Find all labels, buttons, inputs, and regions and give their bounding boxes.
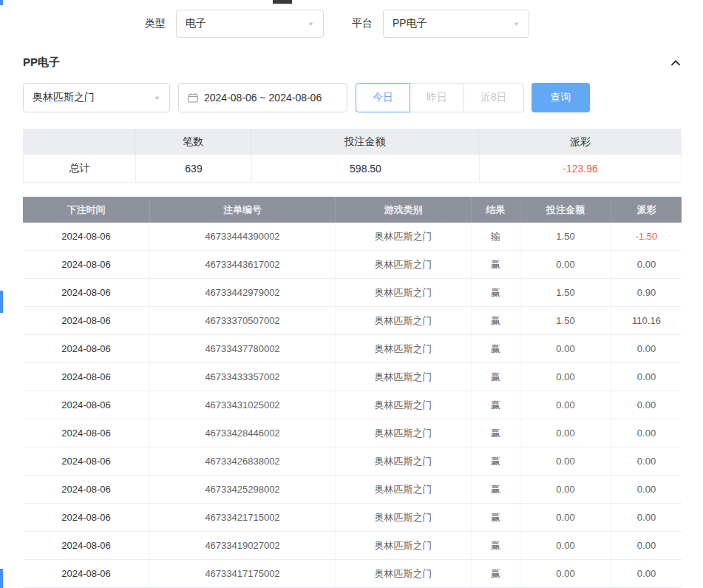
- table-row: 2024-08-0646733426838002奥林匹斯之门赢0.000.00: [23, 447, 682, 476]
- cell-result: 赢: [472, 560, 520, 587]
- cell-game-category: 奥林匹斯之门: [336, 307, 472, 334]
- bet-table-header: 下注时间 注单编号 游戏类别 结果 投注金额 派彩: [23, 197, 682, 223]
- platform-select-value: PP电子: [393, 17, 427, 30]
- summary-table: 笔数 投注金额 派彩 总计 639 598.50 -123.96: [23, 129, 682, 183]
- cell-bet-time: 2024-08-06: [23, 307, 150, 334]
- cell-bet-amount: 1.50: [520, 223, 611, 250]
- cell-payout: 0.00: [611, 391, 682, 419]
- table-row: 2024-08-0646733417175002奥林匹斯之门赢0.000.00: [23, 560, 682, 588]
- bet-table-body: 2024-08-0646733444390002奥林匹斯之门输1.50-1.50…: [23, 223, 682, 588]
- game-select-value: 奥林匹斯之门: [33, 91, 95, 104]
- table-row: 2024-08-0646733431025002奥林匹斯之门赢0.000.00: [23, 391, 682, 419]
- header-bet-time: 下注时间: [23, 197, 150, 223]
- summary-total-count: 639: [136, 155, 252, 182]
- cell-bet-time: 2024-08-06: [23, 447, 150, 475]
- table-row: 2024-08-0646733442979002奥林匹斯之门赢1.500.90: [23, 279, 682, 307]
- yesterday-button[interactable]: 昨日: [410, 83, 464, 112]
- top-edge-fragment: [273, 0, 292, 4]
- cell-order-id: 46733428446002: [150, 419, 336, 447]
- cell-result: 赢: [472, 447, 520, 475]
- cell-game-category: 奥林匹斯之门: [336, 476, 472, 503]
- cell-result: 赢: [472, 419, 520, 447]
- cell-order-id: 46733421715002: [150, 504, 336, 531]
- collapse-section-button[interactable]: [670, 57, 682, 69]
- cell-bet-time: 2024-08-06: [23, 335, 150, 362]
- cell-bet-amount: 0.00: [520, 532, 611, 559]
- section-title: PP电子: [23, 55, 60, 70]
- cell-bet-time: 2024-08-06: [23, 363, 150, 391]
- cell-result: 输: [472, 223, 520, 250]
- summary-total-bet-amount: 598.50: [252, 155, 480, 182]
- cell-result: 赢: [472, 307, 520, 334]
- cell-game-category: 奥林匹斯之门: [336, 251, 472, 278]
- header-bet-amount: 投注金额: [520, 197, 611, 223]
- search-button[interactable]: 查询: [532, 83, 590, 112]
- table-row: 2024-08-0646733421715002奥林匹斯之门赢0.000.00: [23, 504, 682, 532]
- cell-game-category: 奥林匹斯之门: [336, 447, 472, 475]
- cell-order-id: 46733442979002: [150, 279, 336, 306]
- cell-order-id: 46733443617002: [150, 251, 336, 278]
- header-order-id: 注单编号: [150, 197, 336, 223]
- cell-game-category: 奥林匹斯之门: [336, 560, 472, 587]
- cell-payout: 0.00: [611, 504, 682, 531]
- type-select[interactable]: 电子 ▼: [176, 10, 324, 38]
- summary-header-bet-amount: 投注金额: [251, 129, 479, 155]
- table-row: 2024-08-0646733433357002奥林匹斯之门赢0.000.00: [23, 363, 682, 391]
- cell-bet-time: 2024-08-06: [23, 391, 150, 419]
- header-game-category: 游戏类别: [336, 197, 472, 223]
- cell-bet-time: 2024-08-06: [23, 560, 150, 587]
- cell-order-id: 46733426838002: [150, 447, 336, 475]
- header-result: 结果: [472, 197, 520, 223]
- section-header: PP电子: [23, 55, 682, 70]
- cell-result: 赢: [472, 504, 520, 531]
- table-row: 2024-08-0646733370507002奥林匹斯之门赢1.50110.1…: [23, 307, 682, 335]
- cell-game-category: 奥林匹斯之门: [336, 504, 472, 531]
- quick-date-button-group: 今日 昨日 近8日: [356, 83, 524, 112]
- cell-payout: 0.00: [611, 251, 682, 278]
- left-edge-indicator: [0, 569, 3, 588]
- cell-bet-amount: 0.00: [520, 560, 611, 587]
- table-row: 2024-08-0646733425298002奥林匹斯之门赢0.000.00: [23, 476, 682, 504]
- bet-records-table: 下注时间 注单编号 游戏类别 结果 投注金额 派彩 2024-08-064673…: [23, 197, 682, 588]
- cell-bet-amount: 0.00: [520, 419, 611, 447]
- summary-header-row: 笔数 投注金额 派彩: [23, 129, 682, 155]
- cell-result: 赢: [472, 279, 520, 306]
- cell-bet-amount: 0.00: [520, 504, 611, 531]
- today-button[interactable]: 今日: [356, 83, 410, 112]
- cell-result: 赢: [472, 476, 520, 503]
- cell-payout: 0.00: [611, 335, 682, 362]
- cell-order-id: 46733437780002: [150, 335, 336, 362]
- cell-bet-time: 2024-08-06: [23, 223, 150, 250]
- cell-order-id: 46733370507002: [150, 307, 336, 334]
- top-filter-row: 类型 电子 ▼ 平台 PP电子 ▼: [145, 9, 703, 38]
- cell-bet-amount: 0.00: [520, 476, 611, 503]
- table-row: 2024-08-0646733419027002奥林匹斯之门赢0.000.00: [23, 532, 682, 560]
- cell-payout: 0.00: [611, 419, 682, 447]
- cell-payout: 0.00: [611, 476, 682, 503]
- date-range-value: 2024-08-06 ~ 2024-08-06: [204, 92, 322, 104]
- summary-header-payout: 派彩: [479, 129, 682, 155]
- platform-select[interactable]: PP电子 ▼: [383, 10, 529, 38]
- summary-total-label: 总计: [24, 155, 136, 182]
- calendar-icon: [188, 92, 198, 103]
- cell-payout: 0.00: [611, 363, 682, 391]
- chevron-down-icon: ▼: [308, 21, 314, 27]
- cell-game-category: 奥林匹斯之门: [336, 279, 472, 306]
- date-range-input[interactable]: 2024-08-06 ~ 2024-08-06: [178, 83, 347, 112]
- cell-payout: -1.50: [611, 223, 682, 250]
- last-8-days-button[interactable]: 近8日: [463, 83, 524, 112]
- cell-bet-amount: 0.00: [520, 335, 611, 362]
- summary-total-row: 总计 639 598.50 -123.96: [23, 155, 682, 183]
- cell-game-category: 奥林匹斯之门: [336, 335, 472, 362]
- cell-bet-time: 2024-08-06: [23, 279, 150, 306]
- cell-result: 赢: [472, 363, 520, 391]
- cell-payout: 0.00: [611, 447, 682, 475]
- cell-game-category: 奥林匹斯之门: [336, 223, 472, 250]
- game-select[interactable]: 奥林匹斯之门 ▼: [23, 83, 170, 112]
- summary-header-blank: [23, 129, 135, 155]
- cell-game-category: 奥林匹斯之门: [336, 391, 472, 419]
- chevron-up-icon: [670, 57, 682, 69]
- cell-bet-time: 2024-08-06: [23, 251, 150, 278]
- left-edge-indicator: [0, 291, 3, 313]
- cell-game-category: 奥林匹斯之门: [336, 363, 472, 391]
